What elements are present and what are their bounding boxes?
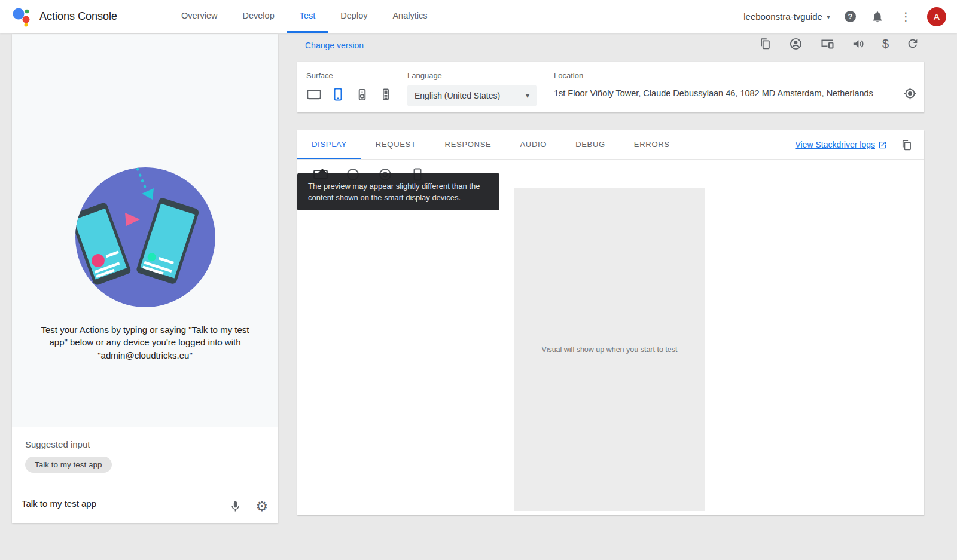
surface-smart-display-icon[interactable] — [306, 87, 322, 102]
nav-tab-test[interactable]: Test — [287, 0, 328, 33]
account-avatar[interactable]: A — [927, 7, 946, 26]
simulator-panel: Test your Actions by typing or saying "T… — [12, 34, 278, 523]
tab-request[interactable]: REQUEST — [361, 130, 431, 159]
devices-icon[interactable] — [820, 36, 834, 51]
stackdriver-logs-link[interactable]: View Stackdriver logs — [795, 140, 887, 149]
my-location-icon[interactable] — [903, 86, 917, 100]
suggested-input-label: Suggested input — [25, 439, 278, 449]
volume-icon[interactable] — [851, 36, 865, 51]
app-title: Actions Console — [39, 10, 117, 23]
output-panel: DISPLAY REQUEST RESPONSE AUDIO DEBUG ERR… — [297, 130, 924, 515]
nav-tab-develop[interactable]: Develop — [230, 0, 287, 33]
open-in-new-icon — [878, 140, 887, 149]
refresh-icon[interactable] — [906, 36, 920, 51]
nav-tab-deploy[interactable]: Deploy — [328, 0, 380, 33]
billing-dollar-icon[interactable]: $ — [882, 37, 889, 51]
assistant-logo-icon — [11, 6, 32, 27]
project-selector[interactable]: leeboonstra-tvguide ▾ — [743, 11, 830, 22]
preview-tooltip: The preview may appear slightly differen… — [297, 173, 499, 210]
location-value[interactable]: 1st Floor Viñoly Tower, Claude Debussyla… — [554, 88, 900, 98]
chevron-down-icon: ▾ — [526, 91, 529, 100]
output-tabbar: DISPLAY REQUEST RESPONSE AUDIO DEBUG ERR… — [297, 130, 924, 160]
visual-placeholder-text: Visual will show up when you start to te… — [542, 345, 678, 354]
change-version-link[interactable]: Change version — [305, 41, 364, 50]
test-illustration — [74, 166, 217, 309]
surface-speaker-icon[interactable] — [354, 87, 370, 102]
language-label: Language — [407, 71, 554, 80]
surface-feature-phone-icon[interactable] — [378, 87, 394, 102]
location-label: Location — [554, 71, 917, 80]
simulator-toolbar: $ — [758, 36, 920, 51]
surface-label: Surface — [306, 71, 407, 80]
simulator-instruction: Test your Actions by typing or saying "T… — [31, 323, 260, 362]
surface-phone-icon[interactable] — [330, 87, 346, 102]
language-value: English (United States) — [415, 91, 500, 100]
settings-gear-icon[interactable]: ⚙ — [255, 499, 268, 513]
main-content: Test your Actions by typing or saying "T… — [0, 33, 957, 560]
visual-preview-area: Visual will show up when you start to te… — [514, 188, 705, 511]
tab-display[interactable]: DISPLAY — [297, 130, 361, 159]
simulator-intro: Test your Actions by typing or saying "T… — [12, 34, 278, 427]
copy-output-icon[interactable] — [899, 137, 913, 152]
chevron-down-icon: ▾ — [827, 13, 830, 21]
tab-audio[interactable]: AUDIO — [505, 130, 561, 159]
surface-settings-card: Surface — [297, 62, 924, 112]
app-header: Actions Console Overview Develop Test De… — [0, 0, 957, 33]
tab-errors[interactable]: ERRORS — [620, 130, 684, 159]
surface-column: Surface — [306, 62, 407, 112]
help-icon[interactable]: ? — [845, 11, 856, 22]
tab-debug[interactable]: DEBUG — [561, 130, 620, 159]
language-column: Language English (United States) ▾ — [407, 62, 554, 112]
query-input[interactable] — [22, 495, 220, 513]
project-name: leeboonstra-tvguide — [743, 11, 822, 22]
language-select[interactable]: English (United States) ▾ — [407, 85, 537, 106]
copy-icon[interactable] — [758, 36, 772, 51]
location-column: Location 1st Floor Viñoly Tower, Claude … — [554, 62, 924, 112]
suggestion-chip[interactable]: Talk to my test app — [25, 457, 112, 473]
account-circle-icon[interactable] — [789, 36, 803, 51]
tab-response[interactable]: RESPONSE — [431, 130, 506, 159]
mic-icon[interactable] — [228, 499, 242, 513]
nav-tab-overview[interactable]: Overview — [169, 0, 230, 33]
nav-tab-analytics[interactable]: Analytics — [380, 0, 440, 33]
notifications-bell-icon[interactable] — [870, 10, 885, 24]
main-nav: Overview Develop Test Deploy Analytics — [169, 0, 440, 33]
header-right: leeboonstra-tvguide ▾ ? ⋮ A — [743, 7, 946, 26]
query-input-row: ⚙ — [22, 495, 268, 513]
overflow-menu-icon[interactable]: ⋮ — [899, 10, 913, 23]
surface-icons — [306, 87, 407, 102]
